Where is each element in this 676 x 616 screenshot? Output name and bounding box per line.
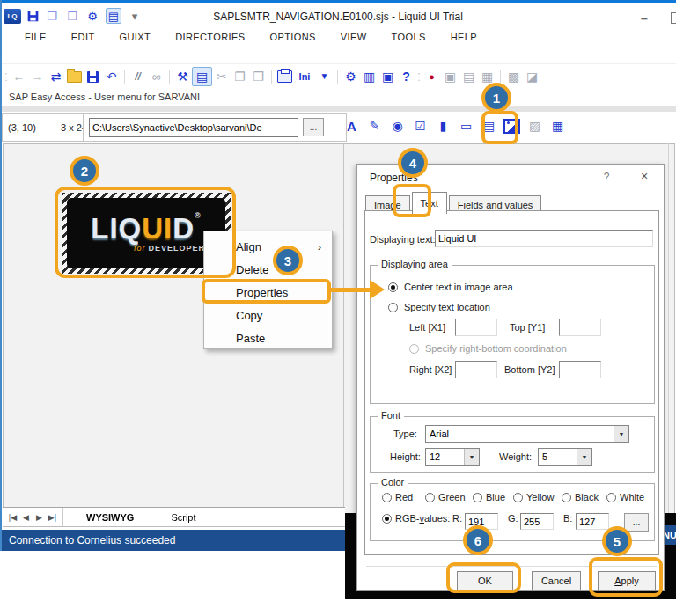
cancel-button[interactable]: Cancel [532,571,581,590]
menu-edit[interactable]: EDIT [59,32,107,42]
help-question-icon[interactable]: ? [397,68,415,85]
context-menu-item-paste[interactable]: Paste [204,326,332,349]
color-option-red[interactable]: Red [382,492,413,502]
menu-view[interactable]: VIEW [328,32,379,42]
g-value-input[interactable] [520,513,554,530]
font-type-dropdown[interactable]: Arial ▼ [425,425,629,443]
dropdown-arrow-icon[interactable]: ▼ [464,449,479,465]
radio-icon[interactable] [388,303,398,312]
highlight-properties-item [202,279,331,304]
manual-book-icon[interactable]: ▣ [378,68,397,85]
font-height-dropdown[interactable]: 12 ▼ [425,448,480,466]
menu-guixt[interactable]: GUIXT [107,32,164,42]
radiobutton-tool-icon[interactable]: ◉ [387,117,408,135]
text-tool-icon[interactable]: A [342,117,362,135]
record-icon[interactable]: ● [422,68,441,85]
find-icon[interactable]: ∞ [147,68,165,85]
top-y1-input[interactable] [559,319,601,336]
r-label: R: [452,513,462,524]
forward-icon[interactable]: → [28,68,47,85]
pane-divider [343,143,344,513]
menu-file[interactable]: FILE [12,32,59,42]
wrench-icon[interactable]: ⚒ [173,68,192,85]
color-option-green[interactable]: Green [425,492,466,502]
pushbutton-tool-icon[interactable]: ▮ [433,117,453,135]
dropdown-arrow-icon[interactable]: ▼ [577,449,592,465]
cursor-position: (3, 10) [8,122,36,133]
first-tab-icon[interactable]: |◀ [7,513,18,522]
maximize-button[interactable] [671,12,676,24]
form-editor-icon[interactable]: ▤ [192,67,212,86]
color-picker-button[interactable]: ... [624,513,649,532]
save-icon[interactable] [84,68,102,85]
comment-icon[interactable]: // [129,68,147,85]
save-icon[interactable] [28,11,39,21]
step-5-badge: 5 [602,526,632,556]
displaying-text-input[interactable] [435,230,653,247]
dialog-help-icon[interactable]: ? [599,171,614,183]
toolbar-separator [500,70,501,84]
center-text-option[interactable]: Center text in image area [388,282,513,292]
copy-icon[interactable]: ❐ [45,9,59,23]
context-menu-item-copy[interactable]: Copy [204,304,332,326]
process-icon: ▩ [504,68,523,85]
refresh-icon[interactable]: ⇄ [47,68,65,85]
font-weight-dropdown[interactable]: 5 ▼ [538,448,592,466]
screen-editor-icon[interactable]: ▤ [106,8,121,24]
menu-directories[interactable]: DIRECTORIES [163,32,257,42]
top-y1-label: Top [Y1] [510,322,545,333]
radio-disabled-icon [409,344,419,354]
device-edit-icon[interactable]: ▥ [360,68,378,85]
right-x2-label: Right [X2] [409,364,452,375]
left-x1-input[interactable] [455,319,497,336]
menu-options[interactable]: OPTIONS [258,32,328,42]
ini-file-icon[interactable]: Ini [294,68,315,85]
toolbar-grip[interactable]: ⋮ [3,68,10,85]
color-option-yellow[interactable]: Yellow [513,492,554,502]
radio-selected-icon[interactable] [388,282,398,292]
b-value-input[interactable] [576,513,609,530]
copy-icon: ❐ [231,68,249,85]
color-option-white[interactable]: White [606,492,644,502]
script-path-input[interactable] [89,118,298,137]
bottom-y2-input[interactable] [559,361,601,378]
view-tab-strip: |◀ ◀ ▶ ▶| WYSIWYG Script [3,507,345,526]
settings-gear-icon[interactable]: ⚙ [342,68,360,85]
prev-tab-icon[interactable]: ◀ [20,513,32,522]
menu-tools[interactable]: TOOLS [379,32,438,42]
last-tab-icon[interactable]: ▶| [47,513,58,522]
specify-location-option[interactable]: Specify text location [388,302,490,312]
undo-icon[interactable]: ↶ [102,68,121,85]
right-x2-input[interactable] [455,361,497,378]
color-option-blue[interactable]: Blue [473,492,505,502]
callout-arrow-head [370,280,385,299]
coordinate-cell: (3, 10) 3 x 24 [2,113,93,142]
close-icon[interactable]: × [634,169,655,183]
minimize-button[interactable]: – [641,11,655,26]
color-option-black[interactable]: Black [562,492,599,502]
step-6-badge: 6 [463,525,493,555]
dropdown-arrow-icon[interactable]: ▼ [614,426,628,442]
highlight-logo [55,187,236,278]
chevron-down-icon[interactable]: ▾ [128,9,142,23]
viewer-tool-icon[interactable]: ▦ [547,117,568,135]
tab-wysiwyg[interactable]: WYSIWYG [72,510,148,524]
print-icon[interactable] [276,68,294,85]
open-folder-icon[interactable] [65,68,84,85]
step-1-badge: 1 [481,83,511,113]
pencil-tool-icon[interactable]: ✎ [364,117,385,135]
toolbar-separator [169,70,170,84]
back-icon[interactable]: ← [10,68,28,85]
menu-help[interactable]: HELP [438,32,489,42]
next-tab-icon[interactable]: ▶ [33,513,45,522]
path-cell: ... [83,113,347,142]
download-funnel-icon[interactable]: ▼ [315,68,334,85]
settings-gear-icon[interactable]: ⚙ [85,9,99,23]
toolbar-separator [337,70,338,84]
rgb-values-option[interactable]: RGB-values: [382,513,450,524]
checkbox-tool-icon[interactable]: ☑ [410,117,430,135]
tab-script[interactable]: Script [157,510,209,524]
box-tool-icon[interactable]: ▭ [456,117,476,135]
browse-button[interactable]: ... [303,118,324,136]
paste-icon[interactable]: ❒ [65,9,79,23]
